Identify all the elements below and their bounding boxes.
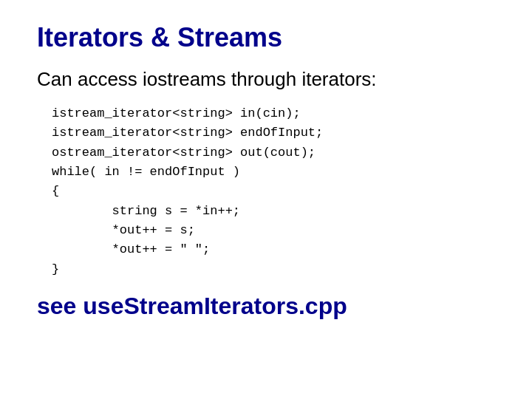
slide: Iterators & Streams Can access iostreams… <box>0 0 532 399</box>
code-block: istream_iterator<string> in(cin); istrea… <box>52 104 495 279</box>
footer-text: see useStreamIterators.cpp <box>37 293 495 320</box>
code-line-3: ostream_iterator<string> out(cout); <box>52 143 495 163</box>
code-line-2: istream_iterator<string> endOfInput; <box>52 123 495 143</box>
code-line-1: istream_iterator<string> in(cin); <box>52 104 495 123</box>
code-line-5: { <box>52 182 495 201</box>
slide-title: Iterators & Streams <box>37 22 495 53</box>
code-line-8: *out++ = " "; <box>52 240 495 259</box>
code-line-7: *out++ = s; <box>52 221 495 240</box>
code-line-6: string s = *in++; <box>52 202 495 221</box>
slide-subtitle: Can access iostreams through iterators: <box>37 68 495 91</box>
code-line-4: while( in != endOfInput ) <box>52 163 495 182</box>
code-line-9: } <box>52 260 495 279</box>
